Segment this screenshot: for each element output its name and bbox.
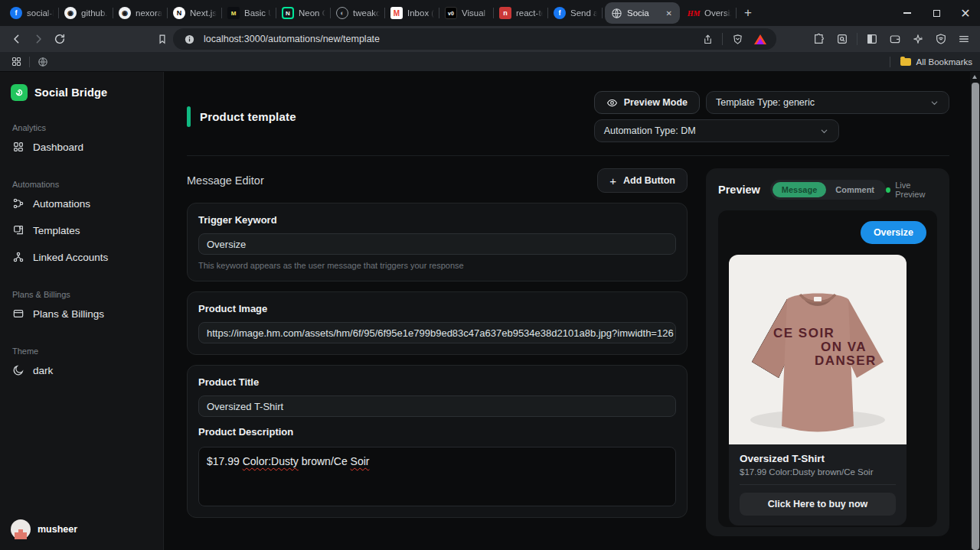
product-title-input[interactable]: Oversized T-Shirt [198, 395, 676, 417]
close-tab-icon[interactable]: ✕ [664, 8, 675, 18]
github-icon: ◉ [64, 7, 77, 19]
close-window-button[interactable]: ✕ [951, 0, 980, 26]
user-name: musheer [38, 524, 77, 535]
social-bridge-logo-icon [11, 84, 28, 101]
wallet-icon [889, 33, 901, 45]
brand[interactable]: Social Bridge [11, 81, 152, 103]
search-tabs-button[interactable] [832, 29, 852, 49]
brave-rewards-button[interactable] [752, 31, 769, 47]
reload-button[interactable] [49, 28, 70, 50]
all-bookmarks-button[interactable]: All Bookmarks [885, 57, 973, 67]
bookmark-flag-button[interactable] [152, 28, 173, 50]
product-image-input[interactable]: https://image.hm.com/assets/hm/6f/95/6f9… [198, 322, 676, 343]
preview-product-subtitle: $17.99 Color:Dusty brown/Ce Soir [740, 467, 896, 477]
menu-button[interactable] [954, 29, 974, 49]
sidebar-toggle-button[interactable] [862, 29, 882, 49]
bookmark-flag-icon [157, 34, 168, 44]
automation-type-select[interactable]: Automation Type: DM [594, 119, 839, 142]
moon-icon [12, 364, 24, 376]
brand-name: Social Bridge [34, 86, 107, 99]
tab-neon[interactable]: NNeon Co [276, 0, 331, 26]
scrollbar-thumb[interactable] [972, 83, 979, 550]
vpn-button[interactable] [931, 29, 951, 49]
buy-now-button[interactable]: Click Here to buy now [740, 493, 896, 516]
section-title-plans: Plans & Billings [12, 290, 151, 299]
header-divider [187, 155, 949, 156]
page-title: Product template [200, 110, 296, 123]
linked-accounts-icon [12, 251, 24, 263]
forward-icon [32, 33, 44, 45]
menu-icon [958, 33, 970, 45]
page-header: Product template Preview Mode Template T… [187, 91, 949, 142]
tab-nexora[interactable]: ◉nexora/a [113, 0, 168, 26]
tab-strip: fsocial-bri ◉github.co ◉nexora/a NNext.j… [0, 0, 980, 26]
info-icon[interactable] [181, 31, 198, 47]
share-button[interactable] [699, 31, 716, 47]
back-icon [11, 33, 23, 45]
leo-ai-button[interactable] [908, 29, 928, 49]
tab-send-message[interactable]: fSend a M [548, 0, 603, 26]
leo-ai-icon [912, 33, 924, 45]
address-bar[interactable]: localhost:3000/automations/new/template [173, 28, 776, 50]
user-profile[interactable]: musheer [11, 519, 77, 539]
tweakcn-icon: ◐ [336, 7, 348, 19]
url-text[interactable]: localhost:3000/automations/new/template [204, 34, 693, 44]
tab-message[interactable]: Message [773, 182, 826, 197]
wallet-button[interactable] [885, 29, 905, 49]
tab-inbox[interactable]: MInbox (2,5 [385, 0, 439, 26]
templates-icon [12, 224, 24, 236]
sidebar-item-automations[interactable]: Automations [11, 191, 152, 216]
sidebar-item-templates[interactable]: Templates [11, 218, 152, 242]
live-preview-indicator: Live Preview [886, 181, 937, 199]
scroll-up-icon[interactable] [972, 75, 977, 79]
product-description-textarea[interactable]: $17.99 Color:Dusty brown/Ce Soir [198, 447, 676, 506]
gmail-icon: M [390, 7, 403, 19]
github-icon: ◉ [119, 7, 131, 19]
tab-react-text[interactable]: nreact-text [494, 0, 548, 26]
template-type-select[interactable]: Template Type: generic [706, 91, 949, 114]
chat-preview-area: Oversize [718, 210, 937, 527]
back-button[interactable] [6, 28, 28, 50]
preview-panel: Preview Message Comment Live Preview Ove… [706, 168, 949, 536]
tab-nextjs[interactable]: NNext.js - s [168, 0, 222, 26]
sidebar-item-dashboard[interactable]: Dashboard [11, 135, 152, 159]
sidebar-item-linked-accounts[interactable]: Linked Accounts [11, 245, 152, 269]
chevron-down-icon [819, 126, 829, 136]
globe-bookmark-button[interactable] [34, 54, 51, 70]
search-tabs-icon [836, 33, 848, 45]
tab-comment[interactable]: Comment [826, 182, 884, 197]
page-scrollbar[interactable] [970, 72, 980, 550]
extensions-button[interactable] [809, 29, 829, 49]
tab-social-bridge-active[interactable]: Socia ✕ [605, 2, 680, 24]
trigger-keyword-input[interactable]: Oversize [198, 233, 676, 255]
tab-github[interactable]: ◉github.co [59, 0, 113, 26]
tab-tweakcn[interactable]: ◐tweakcn [331, 0, 385, 26]
npm-icon: n [499, 7, 511, 19]
minimize-button[interactable] [893, 0, 922, 26]
tab-basic-usage[interactable]: MBasic Usa [222, 0, 276, 26]
trigger-keyword-card: Trigger Keyword Oversize This keyword ap… [187, 203, 688, 282]
brave-shields-button[interactable] [729, 31, 746, 47]
tab-social-bri[interactable]: fsocial-bri [5, 0, 59, 26]
add-button[interactable]: + Add Button [597, 168, 688, 193]
message-editor-heading: Message Editor [187, 174, 264, 187]
product-title-label: Product Title [198, 376, 676, 388]
folder-icon [900, 58, 911, 66]
forward-button[interactable] [28, 28, 49, 50]
sidebar-item-theme-dark[interactable]: dark [11, 358, 152, 382]
nextjs-icon: N [173, 7, 185, 19]
header-controls: Preview Mode Template Type: generic Auto… [594, 91, 949, 142]
preview-mode-button[interactable]: Preview Mode [594, 91, 700, 114]
tab-v0[interactable]: v0Visual tex [439, 0, 494, 26]
sidebar-item-plans-billings[interactable]: Plans & Billings [11, 301, 152, 326]
brave-rewards-icon [754, 34, 766, 44]
svg-text:DANSER: DANSER [815, 353, 877, 368]
apps-grid-button[interactable] [8, 54, 24, 70]
globe-icon [610, 7, 622, 19]
accent-bar [187, 106, 191, 127]
new-tab-button[interactable]: + [737, 2, 760, 24]
restore-button[interactable] [922, 0, 951, 26]
main-content: Product template Preview Mode Template T… [164, 72, 980, 550]
tab-hm-oversized[interactable]: HMOversized [682, 0, 737, 26]
sidebar-toggle-icon [866, 33, 878, 45]
